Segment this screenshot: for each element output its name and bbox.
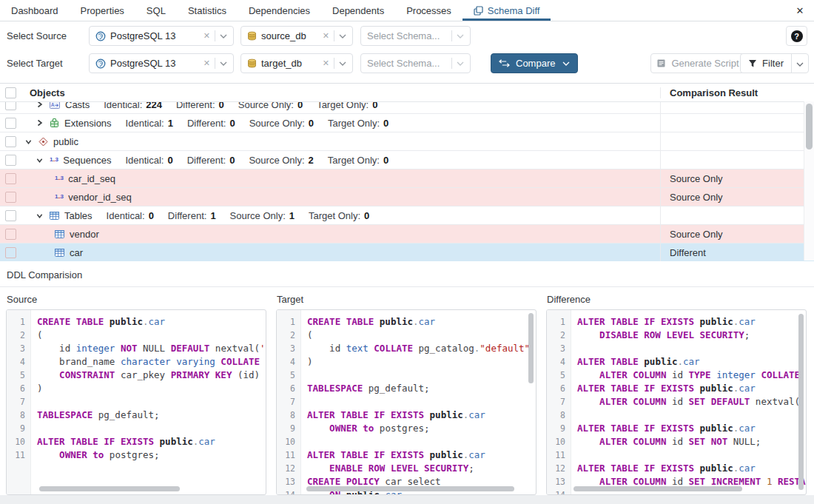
filter-button[interactable]: Filter	[740, 53, 809, 73]
grid-row-car[interactable]: carDifferent	[0, 243, 814, 261]
target-panel-title: Target	[277, 292, 303, 306]
grid-row-vendor[interactable]: vendorSource Only	[0, 225, 814, 243]
chevron-down-icon[interactable]	[220, 34, 227, 38]
chevron-down-icon[interactable]	[562, 61, 570, 66]
bottom-strip	[0, 495, 814, 504]
chevron-down-icon[interactable]	[457, 34, 464, 38]
help-button[interactable]: ?	[786, 26, 807, 46]
horizontal-scrollbar[interactable]	[39, 486, 180, 491]
tab-dashboard[interactable]: Dashboard	[0, 0, 70, 21]
expand-chevron-icon[interactable]	[36, 119, 43, 127]
target-database-select[interactable]: target_db ✕	[240, 53, 353, 73]
source-editor-panel: 1234567891011 CREATE TABLE public.car( i…	[6, 309, 266, 495]
tab-label: Dependents	[332, 5, 384, 16]
difference-panel-title: Difference	[547, 292, 591, 306]
grid-row-sequences[interactable]: 1..3SequencesIdentical:0Different:0Sourc…	[0, 151, 814, 169]
source-server-select[interactable]: PostgreSQL 13 ✕	[89, 26, 234, 46]
code-line: ALTER TABLE IF EXISTS public.car	[37, 435, 266, 448]
chevron-down-icon[interactable]	[339, 34, 346, 38]
tab-processes[interactable]: Processes	[395, 0, 462, 21]
line-number: 8	[547, 409, 571, 422]
tab-properties[interactable]: Properties	[70, 0, 135, 21]
comparison-result-column-header: Comparison Result	[660, 87, 814, 98]
clear-icon[interactable]: ✕	[204, 59, 210, 67]
row-checkbox[interactable]	[5, 155, 16, 166]
grid-row-vendor_id_seq[interactable]: 1..3vendor_id_seqSource Only	[0, 188, 814, 206]
filter-dropdown-chevron-icon[interactable]	[792, 54, 808, 73]
target-server-select[interactable]: PostgreSQL 13 ✕	[89, 53, 234, 73]
code-line: )	[37, 382, 266, 395]
compare-button[interactable]: Compare	[491, 53, 578, 73]
row-checkbox[interactable]	[5, 173, 16, 184]
code-line: (	[307, 329, 536, 342]
object-label: car_id_seq	[68, 173, 115, 184]
object-label: vendor_id_seq	[68, 192, 131, 203]
horizontal-scrollbar[interactable]	[574, 486, 742, 491]
source-schema-select[interactable]: Select Schema...	[360, 26, 471, 46]
clear-icon[interactable]: ✕	[323, 32, 329, 40]
target-schema-select[interactable]: Select Schema...	[360, 53, 471, 73]
grid-row-public[interactable]: public	[0, 132, 814, 151]
grid-row-extensions[interactable]: ExtensionsIdentical:1Different:0Source O…	[0, 114, 814, 132]
clear-icon[interactable]: ✕	[204, 32, 210, 40]
row-checkbox[interactable]	[5, 247, 16, 258]
line-number: 2	[547, 329, 571, 342]
tab-statistics[interactable]: Statistics	[177, 0, 238, 21]
code-line: OWNER to postgres;	[307, 422, 536, 435]
code-line	[307, 435, 536, 448]
row-checkbox[interactable]	[5, 192, 16, 203]
target-database-value: target_db	[261, 58, 318, 69]
grid-row-casts[interactable]: ACastsIdentical:224Different:0Source Onl…	[0, 102, 814, 114]
line-number: 7	[547, 395, 571, 409]
line-number-gutter: 1234567891011	[7, 310, 31, 494]
line-number: 13	[547, 475, 571, 488]
count-label: Identical:	[126, 118, 164, 129]
source-code-editor[interactable]: 1234567891011 CREATE TABLE public.car( i…	[6, 309, 266, 495]
source-schema-placeholder: Select Schema...	[367, 30, 447, 41]
vertical-scrollbar[interactable]	[806, 104, 813, 149]
line-number: 10	[277, 435, 300, 448]
svg-text:A: A	[51, 102, 55, 107]
tab-dependencies[interactable]: Dependencies	[238, 0, 321, 21]
divider	[215, 58, 215, 69]
row-checkbox[interactable]	[5, 118, 16, 129]
difference-code-editor[interactable]: 1234567891011121314 ALTER TABLE IF EXIST…	[546, 309, 807, 495]
expand-chevron-icon[interactable]	[36, 102, 43, 108]
row-checkbox[interactable]	[5, 102, 16, 110]
expand-chevron-icon[interactable]	[36, 212, 43, 219]
clear-icon[interactable]: ✕	[323, 59, 329, 67]
line-number: 5	[547, 369, 571, 382]
row-checkbox[interactable]	[5, 136, 16, 147]
vertical-scrollbar[interactable]	[798, 314, 804, 490]
chevron-down-icon[interactable]	[339, 61, 346, 66]
code-line: ALTER TABLE public.car	[577, 355, 806, 369]
count-label: Source Only:	[249, 155, 304, 166]
line-number: 14	[547, 488, 571, 495]
divider	[451, 30, 452, 41]
horizontal-scrollbar[interactable]	[306, 486, 514, 491]
line-number: 12	[547, 462, 571, 475]
chevron-down-icon[interactable]	[457, 61, 464, 66]
target-code-editor[interactable]: 1234567891011121314 CREATE TABLE public.…	[276, 309, 536, 495]
object-label: Sequences	[63, 155, 111, 166]
select-all-checkbox[interactable]	[5, 87, 16, 98]
tab-schema-diff[interactable]: Schema Diff	[462, 0, 551, 21]
ddl-comparison-title: DDL Comparision	[0, 263, 814, 287]
expand-chevron-icon[interactable]	[25, 138, 32, 145]
count-label: Different:	[168, 210, 207, 221]
vertical-scrollbar[interactable]	[528, 313, 534, 383]
tab-sql[interactable]: SQL	[135, 0, 177, 21]
chevron-down-icon[interactable]	[220, 61, 227, 66]
tab-dependents[interactable]: Dependents	[321, 0, 395, 21]
grid-row-car_id_seq[interactable]: 1..3car_id_seqSource Only	[0, 169, 814, 188]
expand-chevron-icon[interactable]	[36, 157, 43, 164]
row-checkbox[interactable]	[5, 210, 16, 221]
count-label: Target Only:	[317, 102, 369, 110]
close-icon[interactable]: ✕	[793, 4, 807, 17]
grid-row-tables[interactable]: TablesIdentical:0Different:1Source Only:…	[0, 206, 814, 225]
count-label: Different:	[187, 118, 226, 129]
casts-icon: A	[50, 102, 60, 110]
generate-script-button[interactable]: Generate Script	[650, 53, 745, 73]
row-checkbox[interactable]	[5, 229, 16, 240]
source-database-select[interactable]: source_db ✕	[240, 26, 353, 46]
